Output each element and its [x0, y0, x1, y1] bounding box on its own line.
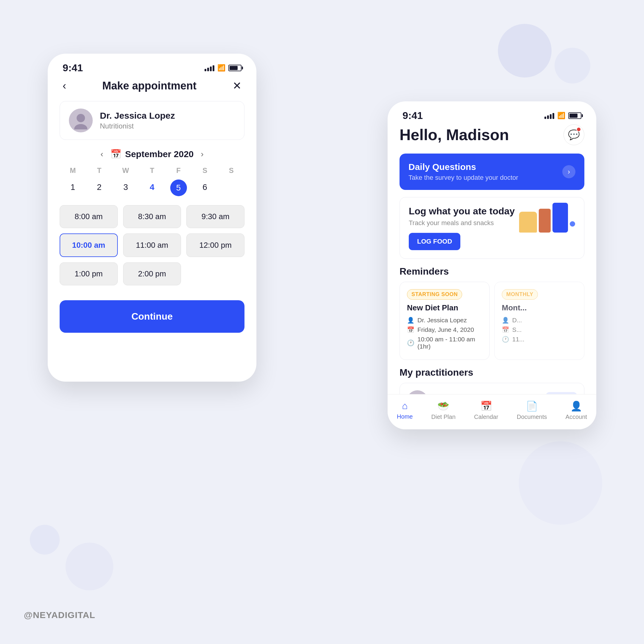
day-header-wed: W [112, 166, 139, 175]
documents-icon: 📄 [526, 400, 538, 412]
reminder-detail-2-date: 📅 S... [502, 326, 577, 333]
time-slot-830[interactable]: 8:30 am [123, 205, 181, 228]
doctor-info: Dr. Jessica Lopez Nutritionist [100, 111, 175, 130]
time-slot-1200[interactable]: 12:00 pm [186, 233, 244, 257]
daily-questions-title: Daily Questions [408, 162, 518, 172]
home-content: Hello, Madison 💬 Daily Questions Take th… [388, 124, 596, 419]
notification-dot [576, 127, 581, 132]
cal-day-5[interactable]: 5 [170, 179, 187, 196]
person-icon-2: 👤 [502, 317, 509, 324]
documents-label: Documents [517, 414, 547, 420]
reminder-doctor: Dr. Jessica Lopez [417, 317, 467, 324]
svg-point-1 [74, 124, 87, 129]
food-illustration [519, 203, 575, 233]
cal-day-3[interactable]: 3 [112, 179, 139, 196]
reminder-date: Friday, June 4, 2020 [417, 326, 474, 333]
nav-item-account[interactable]: 👤 Account [566, 400, 587, 420]
time-slot-200[interactable]: 2:00 pm [123, 262, 181, 285]
right-status-icons: 📶 [544, 112, 581, 120]
reminder-badge-2: MONTHLY [502, 289, 538, 300]
clock-icon-2: 🕐 [502, 336, 509, 343]
right-status-time: 9:41 [403, 110, 423, 121]
right-wifi-icon: 📶 [557, 112, 565, 120]
day-header-sat: S [192, 166, 218, 175]
home-header: Hello, Madison 💬 [400, 124, 584, 145]
nav-item-home[interactable]: ⌂ Home [397, 400, 413, 420]
close-button[interactable]: ✕ [233, 80, 241, 92]
left-status-bar: 9:41 📶 [48, 54, 256, 77]
time-slot-930[interactable]: 9:30 am [186, 205, 244, 228]
day-header-mon: M [60, 166, 86, 175]
reminder-detail-2-doctor: 👤 D... [502, 317, 577, 324]
right-phone: 9:41 📶 Hello, Madison 💬 [388, 101, 596, 429]
reminder-title-1: New Diet Plan [407, 303, 482, 312]
cal-next-button[interactable]: › [201, 149, 204, 159]
log-food-title: Log what you ate today [409, 206, 515, 217]
wifi-icon: 📶 [217, 64, 225, 72]
daily-questions-banner[interactable]: Daily Questions Take the survey to updat… [400, 154, 584, 190]
reminder-detail-2-time: 🕐 11... [502, 336, 577, 343]
home-greeting: Hello, Madison [400, 126, 509, 144]
watermark: @NEYADIGITAL [24, 610, 95, 620]
svg-point-0 [77, 114, 85, 122]
calendar-label: Calendar [474, 414, 498, 420]
reminder-badge-1: STARTING SOON [407, 289, 462, 300]
time-slot-1100[interactable]: 11:00 am [123, 233, 181, 257]
cal-day-1[interactable]: 1 [60, 179, 86, 196]
reminder-card-2: MONTHLY Mont... 👤 D... 📅 S... 🕐 11... [494, 282, 584, 360]
day-header-thu: T [139, 166, 165, 175]
clock-icon: 🕐 [407, 339, 414, 346]
cal-icon: 📅 [407, 326, 414, 333]
reminder-card-1: STARTING SOON New Diet Plan 👤 Dr. Jessic… [400, 282, 490, 360]
time-slot-100[interactable]: 1:00 pm [60, 262, 118, 285]
battery-icon [228, 65, 241, 71]
log-food-button[interactable]: LOG FOOD [409, 233, 460, 250]
reminder-2-date: S... [512, 326, 522, 333]
jar-icon [539, 209, 551, 233]
doctor-card: Dr. Jessica Lopez Nutritionist [60, 101, 244, 140]
nav-item-calendar[interactable]: 📅 Calendar [474, 400, 498, 420]
cal-day-2[interactable]: 2 [86, 179, 113, 196]
time-slot-1000[interactable]: 10:00 am [60, 233, 118, 257]
reminders-row: STARTING SOON New Diet Plan 👤 Dr. Jessic… [400, 282, 584, 360]
food-dot [570, 221, 575, 227]
cal-prev-button[interactable]: ‹ [100, 149, 103, 159]
day-header-fri: F [165, 166, 192, 175]
left-status-time: 9:41 [63, 62, 83, 74]
daily-questions-arrow[interactable]: › [562, 165, 575, 178]
notification-button[interactable]: 💬 [563, 124, 584, 145]
doctor-name: Dr. Jessica Lopez [100, 111, 175, 121]
log-food-card: Log what you ate today Track your meals … [400, 197, 584, 259]
appt-title: Make appointment [102, 80, 196, 92]
cal-days-grid: 1 2 3 4 5 6 [60, 179, 244, 196]
home-label: Home [397, 413, 413, 420]
day-header-tue: T [86, 166, 113, 175]
continue-button[interactable]: Continue [60, 300, 244, 333]
time-slots: 8:00 am 8:30 am 9:30 am 10:00 am 11:00 a… [48, 196, 256, 294]
left-status-icons: 📶 [205, 64, 241, 72]
cal-day-4[interactable]: 4 [139, 179, 165, 196]
calendar-section: ‹ 📅 September 2020 › M T W T F S S 1 2 3… [48, 149, 256, 196]
time-slot-800[interactable]: 8:00 am [60, 205, 118, 228]
reminders-title: Reminders [400, 266, 584, 277]
cal-day-6[interactable]: 6 [192, 179, 218, 196]
signal-icon [205, 65, 214, 71]
appt-header: ‹ Make appointment ✕ [48, 77, 256, 101]
nav-item-dietplan[interactable]: 🥗 Diet Plan [431, 400, 456, 420]
cal-month-label: September 2020 [125, 149, 193, 159]
milk-icon [552, 203, 568, 233]
reminder-title-2: Mont... [502, 303, 577, 312]
right-signal-icon [544, 112, 554, 119]
person-icon: 👤 [407, 317, 414, 324]
doctor-role: Nutritionist [100, 122, 175, 130]
back-button[interactable]: ‹ [63, 80, 66, 92]
reminder-detail-doctor: 👤 Dr. Jessica Lopez [407, 317, 482, 324]
cal-icon-2: 📅 [502, 326, 509, 333]
account-label: Account [566, 414, 587, 420]
reminder-detail-time: 🕐 10:00 am - 11:00 am (1hr) [407, 336, 482, 350]
daily-questions-subtitle: Take the survey to update your doctor [408, 174, 518, 182]
left-phone: 9:41 📶 ‹ Make appointment ✕ [48, 54, 256, 382]
log-food-text: Log what you ate today Track your meals … [409, 206, 515, 250]
nav-item-documents[interactable]: 📄 Documents [517, 400, 547, 420]
bottom-nav: ⌂ Home 🥗 Diet Plan 📅 Calendar 📄 Document… [388, 394, 596, 429]
